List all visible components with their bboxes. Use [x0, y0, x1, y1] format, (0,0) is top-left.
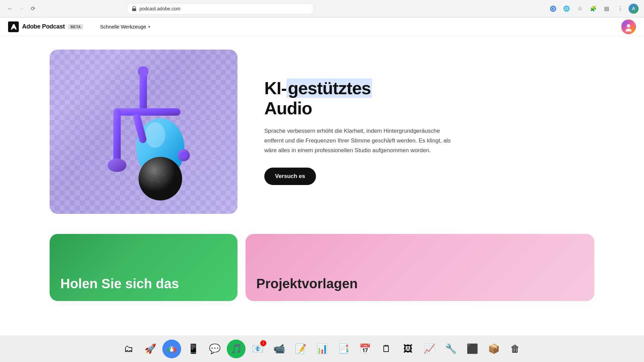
- dock-chrome[interactable]: [162, 340, 181, 358]
- dock-trash[interactable]: 🗑: [506, 340, 525, 358]
- card-green[interactable]: Holen Sie sich das: [50, 234, 237, 301]
- dock-excel[interactable]: 📊: [313, 340, 331, 358]
- dock-messages[interactable]: 💬: [205, 340, 224, 358]
- google-icon-btn[interactable]: [548, 4, 558, 14]
- back-button[interactable]: ←: [5, 4, 15, 13]
- dock-notion[interactable]: 🗒: [377, 340, 396, 358]
- dock-launchpad[interactable]: 🚀: [141, 340, 160, 358]
- svg-point-12: [145, 122, 165, 148]
- address-bar[interactable]: podcast.adobe.com: [126, 3, 314, 14]
- tab-search-btn[interactable]: ▤: [602, 4, 612, 14]
- hero-description: Sprache verbessern erhöht die Klarheit, …: [264, 126, 452, 156]
- svg-point-10: [108, 159, 126, 172]
- card-pink-title-text: Projektvorlagen: [256, 276, 358, 292]
- beta-badge: BETA: [68, 24, 83, 29]
- svg-rect-7: [138, 66, 149, 76]
- dock-facetime[interactable]: 📱: [184, 340, 203, 358]
- mac-dock: 🗂 🚀 📱 💬 🎵 📧 📹 📝 📊 📑 📅 🗒 🖼 📈 🔧 ⬛ 📦 🗑: [0, 335, 644, 362]
- dock-tool1[interactable]: 🔧: [441, 340, 460, 358]
- dock-photos[interactable]: 🖼: [398, 340, 417, 358]
- mic-3d-illustration: [87, 61, 201, 202]
- svg-point-13: [139, 157, 182, 200]
- svg-rect-8: [113, 108, 180, 116]
- hero-text-area: KI-gestütztes Audio Sprache verbessern e…: [264, 78, 594, 185]
- cards-section: Holen Sie sich das Projektvorlagen: [50, 234, 594, 301]
- lock-icon: [131, 6, 137, 11]
- app-name-text: Adobe Podcast: [22, 23, 65, 30]
- hero-title-ki: KI-: [264, 78, 286, 98]
- svg-rect-9: [113, 108, 121, 165]
- forward-button[interactable]: →: [17, 4, 26, 13]
- hero-title-audio: Audio: [264, 99, 312, 118]
- svg-point-20: [180, 152, 187, 159]
- svg-point-16: [158, 181, 160, 183]
- browser-nav-buttons: ← → ⟳: [5, 4, 38, 13]
- svg-point-17: [166, 180, 168, 181]
- dock-mail[interactable]: 📧: [248, 340, 267, 358]
- dock-zoom[interactable]: 📹: [270, 340, 288, 358]
- card-pink[interactable]: Projektvorlagen: [246, 234, 594, 301]
- browser-profile-avatar[interactable]: A: [629, 4, 639, 14]
- browser-right-icons: 🌐 ☆ 🧩 ▤ ⋮ A: [548, 4, 639, 14]
- dock-activity[interactable]: 📈: [420, 340, 439, 358]
- svg-point-18: [151, 180, 153, 181]
- dock-word[interactable]: 📝: [291, 340, 310, 358]
- google-icon: [549, 5, 557, 12]
- app-header: Adobe Podcast BETA Schnelle Werkzeuge ▾: [0, 17, 644, 36]
- url-text: podcast.adobe.com: [140, 6, 180, 11]
- svg-point-15: [163, 175, 165, 176]
- chevron-down-icon: ▾: [148, 24, 150, 29]
- adobe-logo: Adobe Podcast BETA: [8, 21, 83, 32]
- hero-title: KI-gestütztes Audio: [264, 78, 594, 119]
- header-right: [621, 19, 636, 34]
- dock-powerpoint[interactable]: 📑: [334, 340, 353, 358]
- translate-icon-btn[interactable]: 🌐: [561, 4, 572, 14]
- card-green-title: Holen Sie sich das: [60, 276, 179, 292]
- schnelle-label: Schnelle Werkzeuge: [100, 24, 146, 29]
- hero-section: KI-gestütztes Audio Sprache verbessern e…: [50, 50, 594, 214]
- microphone-svg: [93, 61, 194, 202]
- extensions-icon-btn[interactable]: 🧩: [588, 4, 598, 14]
- reload-button[interactable]: ⟳: [28, 4, 38, 13]
- svg-point-14: [154, 173, 156, 175]
- user-avatar-icon: [624, 22, 633, 32]
- svg-rect-0: [132, 8, 136, 11]
- more-btn[interactable]: ⋮: [615, 4, 625, 14]
- dock-finder[interactable]: 🗂: [119, 340, 138, 358]
- user-avatar[interactable]: [621, 19, 636, 34]
- card-pink-title: Projektvorlagen: [256, 276, 358, 292]
- try-button[interactable]: Versuch es: [264, 168, 316, 185]
- dock-archive[interactable]: 📦: [484, 340, 503, 358]
- dock-calendar[interactable]: 📅: [356, 340, 374, 358]
- dock-spotify[interactable]: 🎵: [227, 340, 246, 358]
- browser-chrome: ← → ⟳ podcast.adobe.com 🌐 ☆ 🧩 ▤ ⋮ A: [0, 0, 644, 17]
- dock-tool2[interactable]: ⬛: [463, 340, 482, 358]
- hero-title-highlight: gestütztes: [286, 78, 372, 98]
- schnelle-werkzeuge-button[interactable]: Schnelle Werkzeuge ▾: [97, 22, 153, 32]
- hero-image: [50, 50, 237, 214]
- adobe-icon: [8, 21, 19, 32]
- header-nav: Schnelle Werkzeuge ▾: [97, 22, 153, 32]
- card-green-title-text: Holen Sie sich das: [60, 276, 179, 292]
- main-content: KI-gestütztes Audio Sprache verbessern e…: [0, 36, 644, 314]
- svg-point-4: [627, 24, 630, 27]
- bookmark-icon-btn[interactable]: ☆: [575, 4, 585, 14]
